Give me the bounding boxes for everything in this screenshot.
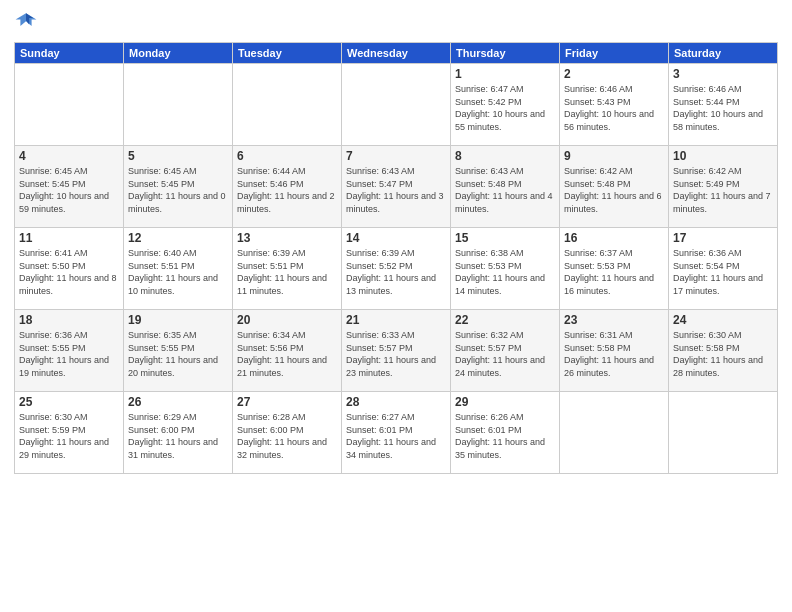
day-number: 9 bbox=[564, 149, 664, 163]
calendar-cell: 3Sunrise: 6:46 AM Sunset: 5:44 PM Daylig… bbox=[669, 64, 778, 146]
calendar-cell bbox=[233, 64, 342, 146]
day-info: Sunrise: 6:46 AM Sunset: 5:44 PM Dayligh… bbox=[673, 83, 773, 133]
calendar-cell: 1Sunrise: 6:47 AM Sunset: 5:42 PM Daylig… bbox=[451, 64, 560, 146]
calendar-cell: 21Sunrise: 6:33 AM Sunset: 5:57 PM Dayli… bbox=[342, 310, 451, 392]
day-info: Sunrise: 6:43 AM Sunset: 5:47 PM Dayligh… bbox=[346, 165, 446, 215]
calendar-week-1: 1Sunrise: 6:47 AM Sunset: 5:42 PM Daylig… bbox=[15, 64, 778, 146]
day-number: 7 bbox=[346, 149, 446, 163]
day-info: Sunrise: 6:45 AM Sunset: 5:45 PM Dayligh… bbox=[128, 165, 228, 215]
day-number: 18 bbox=[19, 313, 119, 327]
weekday-header-tuesday: Tuesday bbox=[233, 43, 342, 64]
day-info: Sunrise: 6:44 AM Sunset: 5:46 PM Dayligh… bbox=[237, 165, 337, 215]
day-info: Sunrise: 6:33 AM Sunset: 5:57 PM Dayligh… bbox=[346, 329, 446, 379]
calendar-cell: 14Sunrise: 6:39 AM Sunset: 5:52 PM Dayli… bbox=[342, 228, 451, 310]
day-number: 3 bbox=[673, 67, 773, 81]
day-info: Sunrise: 6:39 AM Sunset: 5:52 PM Dayligh… bbox=[346, 247, 446, 297]
day-info: Sunrise: 6:34 AM Sunset: 5:56 PM Dayligh… bbox=[237, 329, 337, 379]
day-info: Sunrise: 6:32 AM Sunset: 5:57 PM Dayligh… bbox=[455, 329, 555, 379]
day-number: 14 bbox=[346, 231, 446, 245]
day-number: 5 bbox=[128, 149, 228, 163]
calendar-cell: 26Sunrise: 6:29 AM Sunset: 6:00 PM Dayli… bbox=[124, 392, 233, 474]
calendar-cell: 25Sunrise: 6:30 AM Sunset: 5:59 PM Dayli… bbox=[15, 392, 124, 474]
calendar-week-2: 4Sunrise: 6:45 AM Sunset: 5:45 PM Daylig… bbox=[15, 146, 778, 228]
day-info: Sunrise: 6:46 AM Sunset: 5:43 PM Dayligh… bbox=[564, 83, 664, 133]
day-number: 1 bbox=[455, 67, 555, 81]
calendar-cell: 12Sunrise: 6:40 AM Sunset: 5:51 PM Dayli… bbox=[124, 228, 233, 310]
logo bbox=[14, 10, 42, 34]
day-info: Sunrise: 6:31 AM Sunset: 5:58 PM Dayligh… bbox=[564, 329, 664, 379]
day-info: Sunrise: 6:36 AM Sunset: 5:54 PM Dayligh… bbox=[673, 247, 773, 297]
calendar-cell: 4Sunrise: 6:45 AM Sunset: 5:45 PM Daylig… bbox=[15, 146, 124, 228]
day-info: Sunrise: 6:37 AM Sunset: 5:53 PM Dayligh… bbox=[564, 247, 664, 297]
calendar-cell bbox=[560, 392, 669, 474]
calendar-cell: 24Sunrise: 6:30 AM Sunset: 5:58 PM Dayli… bbox=[669, 310, 778, 392]
calendar-week-5: 25Sunrise: 6:30 AM Sunset: 5:59 PM Dayli… bbox=[15, 392, 778, 474]
calendar-cell bbox=[124, 64, 233, 146]
day-number: 22 bbox=[455, 313, 555, 327]
day-number: 17 bbox=[673, 231, 773, 245]
calendar-cell: 22Sunrise: 6:32 AM Sunset: 5:57 PM Dayli… bbox=[451, 310, 560, 392]
header bbox=[14, 10, 778, 34]
weekday-header-saturday: Saturday bbox=[669, 43, 778, 64]
calendar-cell: 10Sunrise: 6:42 AM Sunset: 5:49 PM Dayli… bbox=[669, 146, 778, 228]
calendar-cell: 17Sunrise: 6:36 AM Sunset: 5:54 PM Dayli… bbox=[669, 228, 778, 310]
day-info: Sunrise: 6:45 AM Sunset: 5:45 PM Dayligh… bbox=[19, 165, 119, 215]
calendar-cell: 5Sunrise: 6:45 AM Sunset: 5:45 PM Daylig… bbox=[124, 146, 233, 228]
day-number: 23 bbox=[564, 313, 664, 327]
day-number: 13 bbox=[237, 231, 337, 245]
calendar-cell: 9Sunrise: 6:42 AM Sunset: 5:48 PM Daylig… bbox=[560, 146, 669, 228]
day-info: Sunrise: 6:41 AM Sunset: 5:50 PM Dayligh… bbox=[19, 247, 119, 297]
day-info: Sunrise: 6:28 AM Sunset: 6:00 PM Dayligh… bbox=[237, 411, 337, 461]
weekday-header-sunday: Sunday bbox=[15, 43, 124, 64]
calendar-cell bbox=[15, 64, 124, 146]
calendar-week-4: 18Sunrise: 6:36 AM Sunset: 5:55 PM Dayli… bbox=[15, 310, 778, 392]
day-info: Sunrise: 6:47 AM Sunset: 5:42 PM Dayligh… bbox=[455, 83, 555, 133]
day-number: 24 bbox=[673, 313, 773, 327]
day-info: Sunrise: 6:36 AM Sunset: 5:55 PM Dayligh… bbox=[19, 329, 119, 379]
day-number: 6 bbox=[237, 149, 337, 163]
day-info: Sunrise: 6:40 AM Sunset: 5:51 PM Dayligh… bbox=[128, 247, 228, 297]
calendar-cell: 19Sunrise: 6:35 AM Sunset: 5:55 PM Dayli… bbox=[124, 310, 233, 392]
day-info: Sunrise: 6:35 AM Sunset: 5:55 PM Dayligh… bbox=[128, 329, 228, 379]
day-number: 4 bbox=[19, 149, 119, 163]
calendar-cell: 28Sunrise: 6:27 AM Sunset: 6:01 PM Dayli… bbox=[342, 392, 451, 474]
day-number: 12 bbox=[128, 231, 228, 245]
day-info: Sunrise: 6:30 AM Sunset: 5:59 PM Dayligh… bbox=[19, 411, 119, 461]
day-number: 29 bbox=[455, 395, 555, 409]
day-number: 16 bbox=[564, 231, 664, 245]
day-number: 15 bbox=[455, 231, 555, 245]
day-info: Sunrise: 6:29 AM Sunset: 6:00 PM Dayligh… bbox=[128, 411, 228, 461]
day-number: 20 bbox=[237, 313, 337, 327]
day-number: 2 bbox=[564, 67, 664, 81]
calendar-cell: 11Sunrise: 6:41 AM Sunset: 5:50 PM Dayli… bbox=[15, 228, 124, 310]
weekday-header-wednesday: Wednesday bbox=[342, 43, 451, 64]
weekday-header-friday: Friday bbox=[560, 43, 669, 64]
calendar-cell: 29Sunrise: 6:26 AM Sunset: 6:01 PM Dayli… bbox=[451, 392, 560, 474]
logo-bird-icon bbox=[14, 10, 38, 34]
page: SundayMondayTuesdayWednesdayThursdayFrid… bbox=[0, 0, 792, 612]
calendar-cell: 23Sunrise: 6:31 AM Sunset: 5:58 PM Dayli… bbox=[560, 310, 669, 392]
calendar-table: SundayMondayTuesdayWednesdayThursdayFrid… bbox=[14, 42, 778, 474]
day-number: 27 bbox=[237, 395, 337, 409]
calendar-cell: 2Sunrise: 6:46 AM Sunset: 5:43 PM Daylig… bbox=[560, 64, 669, 146]
calendar-cell: 20Sunrise: 6:34 AM Sunset: 5:56 PM Dayli… bbox=[233, 310, 342, 392]
day-number: 26 bbox=[128, 395, 228, 409]
calendar-cell bbox=[669, 392, 778, 474]
day-info: Sunrise: 6:38 AM Sunset: 5:53 PM Dayligh… bbox=[455, 247, 555, 297]
day-number: 10 bbox=[673, 149, 773, 163]
weekday-header-monday: Monday bbox=[124, 43, 233, 64]
day-info: Sunrise: 6:30 AM Sunset: 5:58 PM Dayligh… bbox=[673, 329, 773, 379]
calendar-cell: 27Sunrise: 6:28 AM Sunset: 6:00 PM Dayli… bbox=[233, 392, 342, 474]
weekday-header-thursday: Thursday bbox=[451, 43, 560, 64]
day-info: Sunrise: 6:42 AM Sunset: 5:48 PM Dayligh… bbox=[564, 165, 664, 215]
day-info: Sunrise: 6:27 AM Sunset: 6:01 PM Dayligh… bbox=[346, 411, 446, 461]
day-number: 25 bbox=[19, 395, 119, 409]
day-info: Sunrise: 6:42 AM Sunset: 5:49 PM Dayligh… bbox=[673, 165, 773, 215]
day-number: 28 bbox=[346, 395, 446, 409]
calendar-cell: 16Sunrise: 6:37 AM Sunset: 5:53 PM Dayli… bbox=[560, 228, 669, 310]
calendar-cell: 13Sunrise: 6:39 AM Sunset: 5:51 PM Dayli… bbox=[233, 228, 342, 310]
calendar-cell: 15Sunrise: 6:38 AM Sunset: 5:53 PM Dayli… bbox=[451, 228, 560, 310]
day-info: Sunrise: 6:43 AM Sunset: 5:48 PM Dayligh… bbox=[455, 165, 555, 215]
day-info: Sunrise: 6:39 AM Sunset: 5:51 PM Dayligh… bbox=[237, 247, 337, 297]
calendar-header-row: SundayMondayTuesdayWednesdayThursdayFrid… bbox=[15, 43, 778, 64]
